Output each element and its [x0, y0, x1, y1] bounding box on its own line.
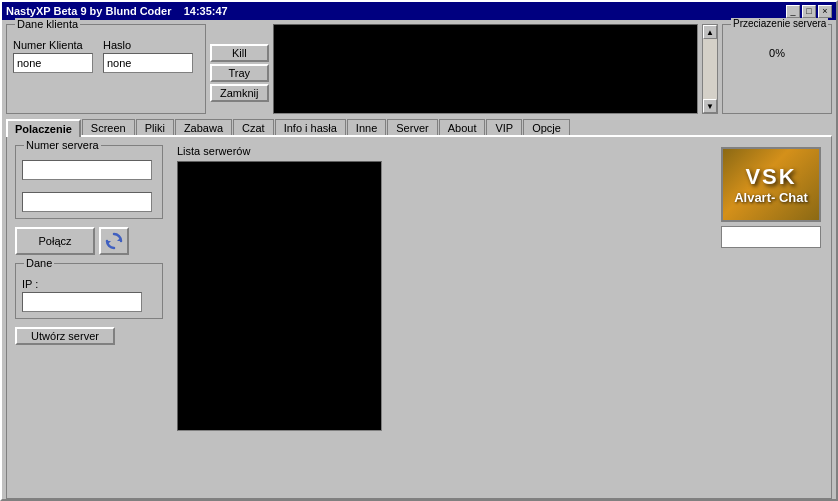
numer-klienta-label: Numer Klienta — [13, 39, 93, 51]
przeciazenie-group: Przeciazenie servera 0% — [722, 24, 832, 114]
dane-label: Dane — [24, 257, 54, 269]
vsk-label: VSK — [745, 164, 796, 190]
polacz-button[interactable]: Połącz — [15, 227, 95, 255]
output-scrollbar[interactable]: ▲ ▼ — [702, 24, 718, 114]
main-window: NastyXP Beta 9 by Blund Coder 14:35:47 _… — [0, 0, 838, 501]
top-bar: Dane klienta Numer Klienta Haslo Kill Tr… — [2, 20, 836, 118]
przeciazenie-box: Przeciazenie servera 0% — [722, 24, 832, 114]
alvart-label: Alvart- Chat — [734, 190, 808, 205]
title-buttons: _ □ × — [786, 5, 832, 18]
numer-servera-label: Numer servera — [24, 139, 101, 151]
content-area: Dane klienta Numer Klienta Haslo Kill Tr… — [2, 20, 836, 499]
przeciazenie-label: Przeciazenie servera — [731, 18, 828, 29]
tab-bar: Polaczenie Screen Pliki Zabawa Czat Info… — [2, 118, 836, 136]
top-action-buttons: Kill Tray Zamknij — [210, 44, 269, 114]
przeciazenie-value: 0% — [729, 47, 825, 59]
lista-serwerow-label: Lista serwerów — [177, 145, 382, 157]
ip-label: IP : — [22, 278, 156, 290]
lista-serwerow-section: Lista serwerów — [177, 145, 382, 490]
left-panel: Numer servera Połącz — [15, 145, 165, 490]
refresh-icon-button[interactable] — [99, 227, 129, 255]
kill-button[interactable]: Kill — [210, 44, 269, 62]
scroll-down-button[interactable]: ▼ — [703, 99, 717, 113]
minimize-button[interactable]: _ — [786, 5, 800, 18]
output-area — [273, 24, 698, 114]
haslo-label: Haslo — [103, 39, 193, 51]
scroll-up-button[interactable]: ▲ — [703, 25, 717, 39]
vsk-banner: VSK Alvart- Chat — [721, 147, 821, 222]
dane-klienta-group: Dane klienta Numer Klienta Haslo — [6, 24, 206, 114]
title-bar: NastyXP Beta 9 by Blund Coder 14:35:47 _… — [2, 2, 836, 20]
tab-polaczenie[interactable]: Polaczenie — [6, 119, 81, 137]
dane-fields: IP : — [22, 278, 156, 312]
numer-servera-group: Numer servera — [15, 145, 163, 219]
refresh-icon — [104, 231, 124, 251]
dane-group: Dane IP : — [15, 263, 163, 319]
main-panel: Numer servera Połącz — [6, 135, 832, 499]
dane-klienta-fields: Numer Klienta Haslo — [13, 39, 199, 73]
ip-input[interactable] — [22, 292, 142, 312]
numer-klienta-field-group: Numer Klienta — [13, 39, 93, 73]
utwoz-server-button[interactable]: Utwórz server — [15, 327, 115, 345]
numer-servera-fields — [22, 160, 156, 212]
haslo-field-group: Haslo — [103, 39, 193, 73]
tray-button[interactable]: Tray — [210, 64, 269, 82]
vsk-side: VSK Alvart- Chat — [721, 147, 821, 248]
close-button[interactable]: × — [818, 5, 832, 18]
numer-klienta-input[interactable] — [13, 53, 93, 73]
dane-klienta-label: Dane klienta — [15, 18, 80, 30]
lista-serwerow-area[interactable] — [177, 161, 382, 431]
scroll-track — [703, 39, 717, 99]
polacz-row: Połącz — [15, 227, 165, 255]
window-title: NastyXP Beta 9 by Blund Coder 14:35:47 — [6, 5, 228, 17]
zamknij-button[interactable]: Zamknij — [210, 84, 269, 102]
numer-servera-input2[interactable] — [22, 192, 152, 212]
numer-servera-input1[interactable] — [22, 160, 152, 180]
haslo-input[interactable] — [103, 53, 193, 73]
vsk-white-box — [721, 226, 821, 248]
maximize-button[interactable]: □ — [802, 5, 816, 18]
